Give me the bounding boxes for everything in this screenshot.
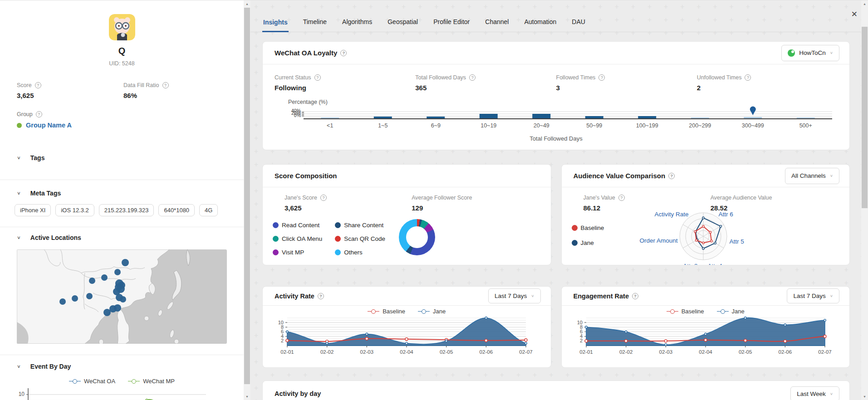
active-locations-map[interactable] xyxy=(17,249,227,344)
svg-text:02-01: 02-01 xyxy=(280,349,294,355)
radar-chart[interactable]: Activity RateAttr 6Attr 5Attr 4Attr 3Ord… xyxy=(635,213,771,265)
legend-item-scan-qr-code[interactable]: Scan QR Code xyxy=(335,235,385,242)
channel-account-select[interactable]: HowToCn ∨ xyxy=(781,45,839,61)
legend-circle xyxy=(422,309,426,314)
legend-ring-icon xyxy=(368,309,379,314)
scroll-up-icon[interactable]: ▲ xyxy=(244,0,250,7)
group-color-dot xyxy=(17,123,22,128)
section-toggle-event-by-day[interactable]: ∨ Event By Day xyxy=(0,363,244,370)
scroll-down-icon[interactable]: ▼ xyxy=(861,393,868,400)
stat-label-text: Current Status xyxy=(275,74,311,81)
legend-dot-icon xyxy=(335,249,341,255)
help-icon[interactable]: ? xyxy=(340,50,347,56)
legend-label: Others xyxy=(344,249,363,256)
legend-label: Read Content xyxy=(282,222,319,229)
activity-range-select[interactable]: Last 7 Days ∨ xyxy=(488,288,541,303)
help-icon[interactable]: ? xyxy=(314,74,321,81)
svg-text:02-01: 02-01 xyxy=(579,349,593,355)
tab-dau[interactable]: DAU xyxy=(571,18,586,32)
section-toggle-active-locations[interactable]: ∨ Active Locations xyxy=(0,234,244,241)
activity-rate-chart[interactable]: 24681002-0102-0202-0302-0402-0502-0602-0… xyxy=(266,315,533,363)
legend-item-jane[interactable]: Jane xyxy=(572,239,617,246)
stat-label: Unfollowed Times? xyxy=(697,74,838,81)
section-toggle-meta-tags[interactable]: ∨ Meta Tags xyxy=(0,190,244,197)
legend-label: Share Content xyxy=(344,222,383,229)
legend-item-others[interactable]: Others xyxy=(335,249,385,256)
engagement-range-select[interactable]: Last 7 Days ∨ xyxy=(787,288,839,303)
sidebar-scrollbar[interactable]: ▲ ▼ xyxy=(244,0,250,400)
scrollbar-thumb[interactable] xyxy=(244,8,250,384)
chevron-down-icon: ∨ xyxy=(830,51,833,55)
profile-sidebar: Q UID: 5248 Score? 3,625 Data Fill Ratio… xyxy=(0,0,244,400)
score-value: 3,625 xyxy=(17,92,123,99)
legend-item-jane[interactable]: Jane xyxy=(418,308,446,315)
map-canvas xyxy=(17,249,227,344)
strip-y-label: Percentage (%) xyxy=(288,99,838,105)
legend-item-jane[interactable]: Jane xyxy=(717,308,745,315)
help-icon[interactable]: ? xyxy=(632,293,638,299)
legend-ring-icon xyxy=(418,309,430,314)
tab-insights[interactable]: Insights xyxy=(262,19,289,32)
tab-channel[interactable]: Channel xyxy=(484,18,510,32)
tab-automation[interactable]: Automation xyxy=(523,18,557,32)
help-icon[interactable]: ? xyxy=(35,82,41,88)
legend-label: Baseline xyxy=(581,224,604,231)
legend-item-visit-mp[interactable]: Visit MP xyxy=(273,249,322,256)
help-icon[interactable]: ? xyxy=(469,74,476,81)
scroll-down-icon[interactable]: ▼ xyxy=(244,393,250,400)
chevron-down-icon: ∨ xyxy=(830,392,833,396)
stat-label: Jane's Score? xyxy=(284,195,412,201)
legend-item-wechat-oa[interactable]: WeChat OA xyxy=(69,378,115,385)
radar-axis-label: Attr 4 xyxy=(708,263,722,265)
tab-algorithms[interactable]: Algorithms xyxy=(341,18,373,32)
legend-dot-icon xyxy=(572,240,578,246)
score-donut-chart[interactable] xyxy=(399,219,435,255)
all-channels-select[interactable]: All Channels ∨ xyxy=(785,168,839,184)
svg-text:50~99: 50~99 xyxy=(586,122,602,129)
score-legend: Read ContentShare ContentClick OA MenuSc… xyxy=(273,222,385,256)
legend-item-wechat-mp[interactable]: WeChat MP xyxy=(128,378,175,385)
help-icon[interactable]: ? xyxy=(598,74,605,81)
activity-rate-card: Activity Rate? Last 7 Days ∨ BaselineJan… xyxy=(262,286,551,368)
help-icon[interactable]: ? xyxy=(318,293,324,299)
group-link[interactable]: Group Name A xyxy=(26,122,72,129)
stat-jane-s-score: Jane's Score?3,625 xyxy=(284,195,412,212)
engagement-rate-chart[interactable]: 24681002-0102-0202-0302-0402-0502-0602-0… xyxy=(565,315,832,363)
section-toggle-tags[interactable]: ∨ Tags xyxy=(0,154,244,161)
legend-circle xyxy=(73,379,77,384)
help-icon[interactable]: ? xyxy=(745,74,751,81)
stat-average-audience-value: Average Audience Value28.52 xyxy=(711,195,838,212)
tab-timeline[interactable]: Timeline xyxy=(302,18,328,32)
scrollbar-thumb[interactable] xyxy=(862,27,868,208)
legend-item-baseline[interactable]: Baseline xyxy=(572,224,617,231)
legend-item-baseline[interactable]: Baseline xyxy=(368,308,405,315)
legend-item-baseline[interactable]: Baseline xyxy=(667,308,704,315)
help-icon[interactable]: ? xyxy=(320,195,327,201)
tab-geospatial[interactable]: Geospatial xyxy=(387,18,419,32)
tab-profile-editor[interactable]: Profile Editor xyxy=(432,18,471,32)
radar-axis-label: Activity Rate xyxy=(654,211,688,218)
help-icon[interactable]: ? xyxy=(162,82,169,88)
svg-text:02-05: 02-05 xyxy=(738,349,751,355)
legend-label: Jane xyxy=(433,308,446,315)
legend-item-click-oa-menu[interactable]: Click OA Menu xyxy=(273,235,322,242)
help-icon[interactable]: ? xyxy=(618,195,625,201)
data-fill-label: Data Fill Ratio xyxy=(123,82,159,88)
help-icon[interactable]: ? xyxy=(36,111,42,117)
legend-item-share-content[interactable]: Share Content xyxy=(335,222,385,229)
svg-text:02-03: 02-03 xyxy=(659,349,672,355)
legend-label: Jane xyxy=(581,239,594,246)
svg-text:10~19: 10~19 xyxy=(481,122,496,129)
svg-text:02-02: 02-02 xyxy=(320,349,333,355)
stat-jane-s-value: Jane's Value?86.12 xyxy=(584,195,711,212)
followed-days-chart[interactable]: 40%20%0%<11~56~910~1920~4950~99100~19920… xyxy=(275,106,839,132)
week-range-select[interactable]: Last Week ∨ xyxy=(790,386,839,400)
page-scrollbar[interactable]: ▲ ▼ xyxy=(861,0,868,400)
help-icon[interactable]: ? xyxy=(668,173,675,179)
event-by-day-chart[interactable]: 46810 xyxy=(5,387,218,400)
legend-item-read-content[interactable]: Read Content xyxy=(273,222,322,229)
close-button[interactable]: ✕ xyxy=(851,10,858,19)
scroll-up-icon[interactable]: ▲ xyxy=(861,0,868,7)
chevron-down-icon: ∨ xyxy=(830,174,833,178)
svg-text:02-02: 02-02 xyxy=(619,349,632,355)
